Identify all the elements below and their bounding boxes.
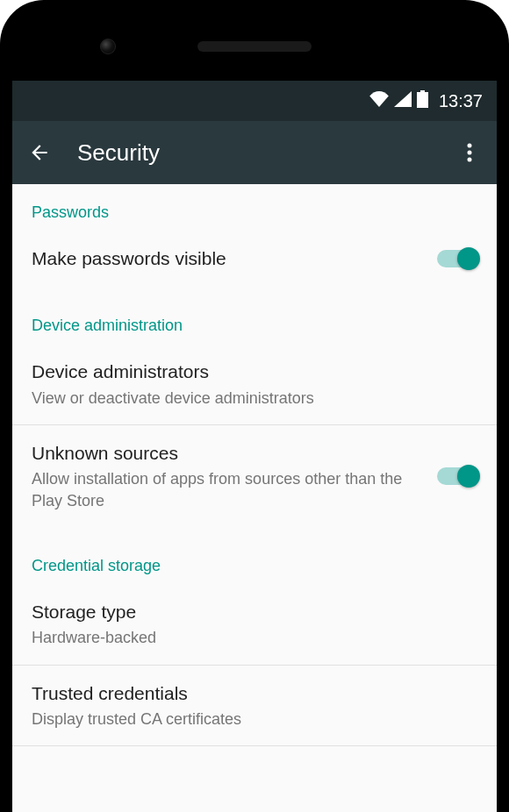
cell-signal-icon — [394, 91, 412, 110]
setting-subtitle: Display trusted CA certificates — [32, 709, 463, 730]
setting-device-administrators[interactable]: Device administrators View or deactivate… — [12, 344, 497, 424]
svg-rect-0 — [417, 92, 428, 108]
status-bar: 13:37 — [12, 81, 497, 121]
setting-unknown-sources[interactable]: Unknown sources Allow installation of ap… — [12, 425, 497, 527]
setting-trusted-credentials[interactable]: Trusted credentials Display trusted CA c… — [12, 666, 497, 746]
toggle-unknown-sources[interactable] — [437, 467, 477, 485]
section-header-credential-storage: Credential storage — [12, 527, 497, 584]
phone-frame: 13:37 Security Passwords Make passwords … — [0, 0, 509, 812]
back-arrow-icon[interactable] — [28, 141, 51, 164]
status-time: 13:37 — [439, 91, 483, 111]
section-header-passwords: Passwords — [12, 184, 497, 231]
phone-camera — [100, 39, 116, 54]
setting-storage-type[interactable]: Storage type Hardware-backed — [12, 584, 497, 665]
setting-subtitle: View or deactivate device administrators — [32, 388, 463, 409]
toggle-make-passwords-visible[interactable] — [437, 250, 477, 267]
phone-speaker — [197, 41, 312, 52]
app-bar: Security — [12, 121, 497, 184]
wifi-icon — [369, 91, 389, 110]
setting-subtitle: Allow installation of apps from sources … — [32, 468, 423, 511]
setting-title: Storage type — [32, 600, 463, 624]
more-vert-icon[interactable] — [458, 141, 481, 164]
setting-title: Make passwords visible — [32, 246, 423, 271]
section-header-device-admin: Device administration — [12, 287, 497, 344]
svg-point-4 — [468, 158, 472, 162]
setting-make-passwords-visible[interactable]: Make passwords visible — [12, 231, 497, 287]
setting-title: Device administrators — [32, 360, 463, 384]
setting-title: Unknown sources — [32, 441, 423, 466]
settings-content: Passwords Make passwords visible Device … — [12, 184, 497, 812]
svg-rect-1 — [420, 90, 425, 92]
setting-title: Trusted credentials — [32, 681, 463, 706]
page-title: Security — [77, 139, 458, 167]
battery-icon — [417, 90, 428, 111]
svg-point-3 — [468, 151, 472, 155]
setting-subtitle: Hardware-backed — [32, 627, 463, 648]
svg-point-2 — [468, 144, 472, 148]
divider — [12, 745, 497, 746]
